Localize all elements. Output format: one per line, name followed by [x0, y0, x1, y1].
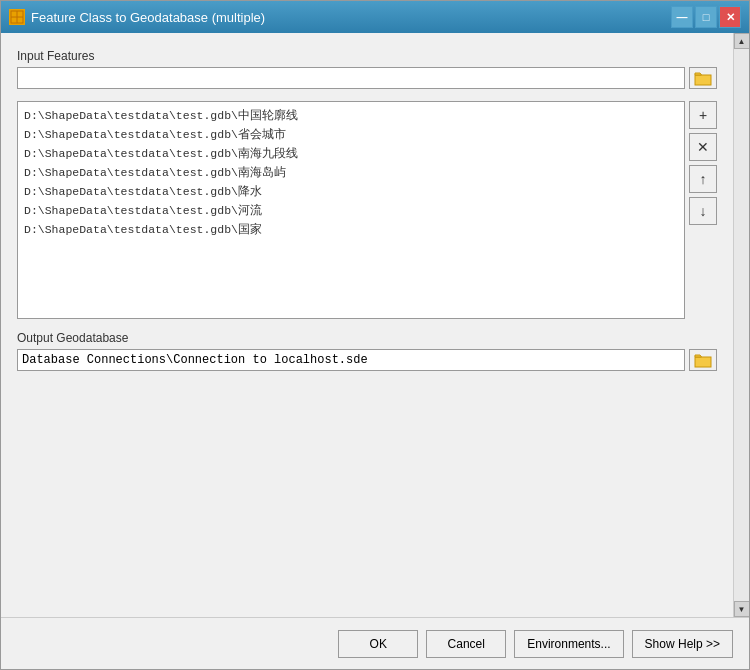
- output-geodatabase-row: [17, 349, 717, 371]
- ok-button[interactable]: OK: [338, 630, 418, 658]
- input-features-field[interactable]: [17, 67, 685, 89]
- list-controls: + ✕ ↑ ↓: [689, 101, 717, 319]
- input-features-folder-button[interactable]: [689, 67, 717, 89]
- bottom-bar: OK Cancel Environments... Show Help >>: [1, 617, 749, 669]
- close-button[interactable]: ✕: [719, 6, 741, 28]
- content-spacer: [17, 383, 717, 601]
- main-window: Feature Class to Geodatabase (multiple) …: [0, 0, 750, 670]
- input-features-label: Input Features: [17, 49, 717, 63]
- output-geodatabase-label: Output Geodatabase: [17, 331, 717, 345]
- environments-button[interactable]: Environments...: [514, 630, 623, 658]
- add-feature-button[interactable]: +: [689, 101, 717, 129]
- output-geodatabase-field[interactable]: [17, 349, 685, 371]
- output-geodatabase-folder-button[interactable]: [689, 349, 717, 371]
- scroll-down-arrow[interactable]: ▼: [734, 601, 750, 617]
- move-up-button[interactable]: ↑: [689, 165, 717, 193]
- title-bar-left: Feature Class to Geodatabase (multiple): [9, 9, 265, 25]
- scroll-up-arrow[interactable]: ▲: [734, 33, 750, 49]
- list-item[interactable]: D:\ShapeData\testdata\test.gdb\南海九段线: [18, 144, 684, 163]
- minimize-button[interactable]: —: [671, 6, 693, 28]
- feature-list-section: D:\ShapeData\testdata\test.gdb\中国轮廓线D:\S…: [17, 101, 717, 319]
- title-bar-buttons: — □ ✕: [671, 6, 741, 28]
- list-item[interactable]: D:\ShapeData\testdata\test.gdb\国家: [18, 220, 684, 239]
- input-features-row: [17, 67, 717, 89]
- window-title: Feature Class to Geodatabase (multiple): [31, 10, 265, 25]
- scroll-track[interactable]: [734, 49, 749, 601]
- svg-rect-3: [695, 75, 711, 85]
- input-features-section: Input Features: [17, 49, 717, 89]
- list-item[interactable]: D:\ShapeData\testdata\test.gdb\河流: [18, 201, 684, 220]
- list-item[interactable]: D:\ShapeData\testdata\test.gdb\降水: [18, 182, 684, 201]
- window-body: Input Features D:\ShapeData\testdata\tes…: [1, 33, 749, 617]
- scrollbar[interactable]: ▲ ▼: [733, 33, 749, 617]
- output-geodatabase-section: Output Geodatabase: [17, 331, 717, 371]
- main-content: Input Features D:\ShapeData\testdata\tes…: [1, 33, 733, 617]
- list-item[interactable]: D:\ShapeData\testdata\test.gdb\省会城市: [18, 125, 684, 144]
- maximize-button[interactable]: □: [695, 6, 717, 28]
- remove-feature-button[interactable]: ✕: [689, 133, 717, 161]
- move-down-button[interactable]: ↓: [689, 197, 717, 225]
- svg-rect-4: [695, 357, 711, 367]
- list-item[interactable]: D:\ShapeData\testdata\test.gdb\南海岛屿: [18, 163, 684, 182]
- feature-list-box[interactable]: D:\ShapeData\testdata\test.gdb\中国轮廓线D:\S…: [17, 101, 685, 319]
- list-item[interactable]: D:\ShapeData\testdata\test.gdb\中国轮廓线: [18, 106, 684, 125]
- show-help-button[interactable]: Show Help >>: [632, 630, 733, 658]
- app-icon: [9, 9, 25, 25]
- cancel-button[interactable]: Cancel: [426, 630, 506, 658]
- title-bar: Feature Class to Geodatabase (multiple) …: [1, 1, 749, 33]
